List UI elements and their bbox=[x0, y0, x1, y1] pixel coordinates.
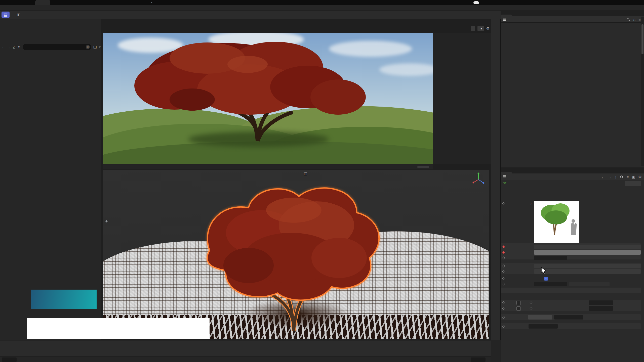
progressive-bar bbox=[418, 166, 429, 168]
axis-tool-button[interactable]: ❦ bbox=[14, 12, 22, 18]
search-icon[interactable] bbox=[626, 18, 630, 21]
render-settings-gear-icon[interactable]: ⚙ bbox=[486, 26, 490, 31]
object-manager-tabs bbox=[501, 10, 644, 16]
timeline-ruler[interactable] bbox=[0, 349, 491, 356]
separator bbox=[12, 12, 12, 18]
lock-icon[interactable]: ▣ bbox=[632, 175, 635, 179]
forward-icon[interactable]: → bbox=[7, 45, 11, 49]
editor-mode-dropdown[interactable] bbox=[534, 269, 641, 274]
use-document-scale-checkbox[interactable]: ✓ bbox=[544, 277, 548, 281]
clear-search-icon[interactable]: ✕ bbox=[86, 45, 90, 49]
render-mode-row bbox=[501, 263, 641, 268]
keyframe-diamond[interactable] bbox=[502, 245, 505, 248]
timeline-strip bbox=[0, 341, 491, 362]
document-tab[interactable] bbox=[35, 0, 50, 5]
capsules-badge bbox=[31, 290, 97, 309]
render-view-zoom-controls: ▾ ⚙ bbox=[470, 26, 490, 31]
attributes-panel: ☰ ← → ↑ ≡ ▣ ⚙ › bbox=[501, 167, 644, 362]
keyframe-diamond[interactable] bbox=[502, 325, 505, 328]
database-filter-icon[interactable]: ▢ bbox=[93, 45, 97, 49]
season-row bbox=[501, 250, 641, 255]
keyframe-diamond[interactable] bbox=[502, 277, 505, 280]
start-frame-field[interactable] bbox=[2, 357, 17, 362]
titlebar-highlight bbox=[473, 1, 479, 4]
object-manager-menu bbox=[501, 16, 644, 23]
timeline-infobar bbox=[0, 356, 491, 362]
ai-sparkle-icon[interactable]: ✦ bbox=[17, 45, 21, 49]
right-panel: ☰ ⌂ ≡ ☰ ← → ↑ ≡ ▣ ⚙ bbox=[501, 10, 644, 362]
render-view-toolbar bbox=[102, 25, 490, 33]
viewport-area: ▾ ⚙ bbox=[101, 19, 491, 340]
side-toolbar bbox=[491, 19, 501, 340]
keyframe-diamond bbox=[530, 301, 532, 304]
leaf-amount-row bbox=[501, 324, 641, 329]
progressive-render-status bbox=[103, 164, 433, 169]
season-dropdown[interactable] bbox=[534, 250, 641, 255]
settings-gear-icon[interactable]: ⚙ bbox=[638, 175, 642, 179]
home-icon[interactable]: ⌂ bbox=[13, 45, 15, 49]
editor-viewport[interactable]: ▢ ✚ bbox=[103, 170, 489, 339]
subdivision-row bbox=[501, 315, 641, 320]
video-title-overlay bbox=[27, 318, 210, 339]
up-icon[interactable]: ↑ bbox=[615, 175, 617, 179]
keyframe-diamond[interactable] bbox=[502, 202, 505, 205]
place-tool-label[interactable]: ✚ bbox=[104, 219, 108, 223]
asset-browser-menu bbox=[0, 20, 101, 26]
rendered-maple-tree bbox=[117, 34, 373, 145]
subdivision-value-field[interactable] bbox=[554, 315, 583, 320]
keyframe-diamond[interactable] bbox=[502, 301, 505, 304]
asset-search-row: ← → ⌂ ✦ ✕ ▢ ▾ bbox=[2, 44, 99, 50]
use-min-branch-checkbox[interactable]: ✓ bbox=[516, 301, 521, 305]
min-branch-row: ✓ bbox=[501, 300, 641, 305]
custom-scale-unit-dropdown bbox=[569, 282, 610, 286]
leaf-density-field[interactable] bbox=[534, 256, 567, 260]
plant-preview-thumbnail[interactable] bbox=[534, 201, 579, 243]
axis-gizmo bbox=[471, 172, 486, 186]
custom-button[interactable] bbox=[625, 181, 641, 186]
subdivision-mode-dropdown[interactable] bbox=[528, 315, 552, 320]
mouse-cursor bbox=[541, 267, 547, 275]
attr-burger-icon[interactable]: ☰ bbox=[503, 175, 507, 179]
search-icon[interactable] bbox=[620, 175, 624, 179]
keyframe-diamond bbox=[502, 283, 505, 285]
keyframe-diamond bbox=[530, 307, 532, 310]
back-icon[interactable]: ← bbox=[601, 175, 605, 179]
render-mode-dropdown[interactable] bbox=[534, 264, 641, 268]
plant-preview-image bbox=[534, 201, 579, 236]
expand-caret-icon[interactable]: › bbox=[531, 202, 532, 206]
leaf-density-row bbox=[501, 255, 641, 260]
object-tree bbox=[501, 23, 641, 129]
tab-caret-icon[interactable]: ▾ bbox=[151, 1, 152, 4]
filter-icon[interactable]: ≡ bbox=[627, 175, 629, 179]
custom-scale-field bbox=[534, 282, 567, 286]
min-branch-field bbox=[589, 300, 613, 305]
viewport-side-panel bbox=[433, 33, 491, 164]
om-burger-icon[interactable]: ☰ bbox=[503, 17, 507, 21]
om-scrollbar[interactable] bbox=[641, 17, 644, 166]
keyframe-diamond[interactable] bbox=[502, 256, 505, 259]
size-dropdown[interactable]: ▾ bbox=[477, 26, 484, 31]
titlebar: ▾ bbox=[0, 0, 644, 5]
cinema4d-window: ▾ ☰ ▤ ❦ ← → ⌂ ✦ ✕ ▢ ▾ bbox=[0, 0, 644, 362]
model-dropdown[interactable] bbox=[534, 245, 641, 249]
back-icon[interactable]: ← bbox=[2, 45, 5, 49]
render-viewport[interactable] bbox=[103, 33, 433, 164]
keyframe-diamond[interactable] bbox=[502, 264, 505, 267]
camera-orbit-icon[interactable]: ▢ bbox=[304, 171, 307, 175]
keyframe-diamond[interactable] bbox=[502, 316, 505, 319]
forward-icon[interactable]: → bbox=[608, 175, 612, 179]
keyframe-diamond[interactable] bbox=[502, 270, 505, 273]
keyframe-diamond[interactable] bbox=[502, 251, 505, 254]
home-icon[interactable]: ⌂ bbox=[633, 17, 635, 22]
end-frame-field[interactable] bbox=[471, 357, 486, 362]
leaf-amount-field[interactable] bbox=[529, 324, 558, 329]
editor-mode-row bbox=[501, 269, 641, 274]
use-max-branch-checkbox[interactable]: ✓ bbox=[516, 306, 521, 311]
model-row bbox=[501, 244, 641, 249]
filter-icon[interactable]: ≡ bbox=[638, 17, 641, 22]
keyframe-diamond[interactable] bbox=[502, 307, 505, 310]
sidebar-toggle-button[interactable]: ▤ bbox=[2, 12, 10, 18]
zoom-level-field[interactable] bbox=[471, 26, 475, 31]
search-input[interactable]: ✕ bbox=[23, 44, 91, 50]
geometry-stats bbox=[501, 288, 641, 293]
